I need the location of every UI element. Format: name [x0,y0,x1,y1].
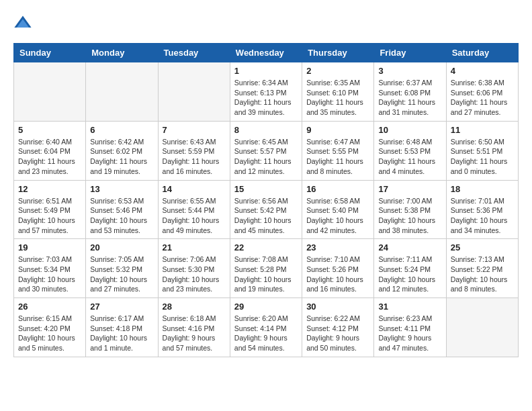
day-info: Sunrise: 7:06 AM Sunset: 5:30 PM Dayligh… [163,255,226,294]
day-info: Sunrise: 6:42 AM Sunset: 6:02 PM Dayligh… [90,137,153,177]
day-info: Sunrise: 6:35 AM Sunset: 6:10 PM Dayligh… [306,78,369,118]
day-info: Sunrise: 7:11 AM Sunset: 5:24 PM Dayligh… [378,255,441,294]
calendar-day-cell: 6Sunrise: 6:42 AM Sunset: 6:02 PM Daylig… [86,121,158,180]
day-info: Sunrise: 6:55 AM Sunset: 5:44 PM Dayligh… [163,196,226,236]
day-number: 21 [163,242,226,253]
day-info: Sunrise: 6:22 AM Sunset: 4:12 PM Dayligh… [306,314,369,353]
calendar-day-cell: 31Sunrise: 6:23 AM Sunset: 4:11 PM Dayli… [374,298,446,357]
page-header [13,13,519,32]
calendar-day-cell [86,62,158,122]
calendar-day-cell: 19Sunrise: 7:03 AM Sunset: 5:34 PM Dayli… [14,239,86,298]
day-info: Sunrise: 6:17 AM Sunset: 4:18 PM Dayligh… [90,314,153,353]
day-number: 18 [451,184,514,194]
weekday-header-tuesday: Tuesday [158,44,230,62]
day-number: 30 [306,302,369,312]
day-info: Sunrise: 6:58 AM Sunset: 5:40 PM Dayligh… [306,196,369,236]
day-number: 16 [306,184,369,194]
calendar-day-cell: 29Sunrise: 6:20 AM Sunset: 4:14 PM Dayli… [230,298,302,357]
day-info: Sunrise: 6:37 AM Sunset: 6:08 PM Dayligh… [378,78,441,118]
calendar-day-cell: 30Sunrise: 6:22 AM Sunset: 4:12 PM Dayli… [302,298,374,357]
day-number: 28 [163,302,226,312]
calendar-day-cell: 25Sunrise: 7:13 AM Sunset: 5:22 PM Dayli… [446,239,518,298]
calendar-table: SundayMondayTuesdayWednesdayThursdayFrid… [13,43,519,357]
calendar-day-cell: 17Sunrise: 7:00 AM Sunset: 5:38 PM Dayli… [374,180,446,239]
day-info: Sunrise: 6:47 AM Sunset: 5:55 PM Dayligh… [306,137,369,177]
logo-icon [13,13,32,32]
calendar-day-cell: 1Sunrise: 6:34 AM Sunset: 6:13 PM Daylig… [230,62,302,122]
weekday-header-wednesday: Wednesday [230,44,302,62]
calendar-day-cell: 21Sunrise: 7:06 AM Sunset: 5:30 PM Dayli… [158,239,230,298]
day-info: Sunrise: 6:34 AM Sunset: 6:13 PM Dayligh… [234,78,298,118]
day-info: Sunrise: 6:45 AM Sunset: 5:57 PM Dayligh… [234,137,298,177]
day-info: Sunrise: 7:10 AM Sunset: 5:26 PM Dayligh… [306,255,369,294]
day-number: 9 [306,125,369,135]
day-number: 14 [163,184,226,194]
day-info: Sunrise: 6:23 AM Sunset: 4:11 PM Dayligh… [378,314,441,353]
calendar-day-cell: 28Sunrise: 6:18 AM Sunset: 4:16 PM Dayli… [158,298,230,357]
calendar-day-cell: 24Sunrise: 7:11 AM Sunset: 5:24 PM Dayli… [374,239,446,298]
calendar-day-cell: 13Sunrise: 6:53 AM Sunset: 5:46 PM Dayli… [86,180,158,239]
day-info: Sunrise: 6:18 AM Sunset: 4:16 PM Dayligh… [163,314,226,353]
calendar-day-cell: 27Sunrise: 6:17 AM Sunset: 4:18 PM Dayli… [86,298,158,357]
calendar-day-cell: 22Sunrise: 7:08 AM Sunset: 5:28 PM Dayli… [230,239,302,298]
calendar-day-cell: 12Sunrise: 6:51 AM Sunset: 5:49 PM Dayli… [14,180,86,239]
day-number: 23 [306,242,369,253]
day-number: 10 [378,125,441,135]
weekday-header-friday: Friday [374,44,446,62]
calendar-day-cell: 26Sunrise: 6:15 AM Sunset: 4:20 PM Dayli… [14,298,86,357]
day-number: 2 [306,66,369,76]
day-info: Sunrise: 7:03 AM Sunset: 5:34 PM Dayligh… [18,255,81,294]
weekday-header-monday: Monday [86,44,158,62]
day-info: Sunrise: 6:50 AM Sunset: 5:51 PM Dayligh… [451,137,514,177]
day-number: 5 [18,125,81,135]
calendar-week-row: 19Sunrise: 7:03 AM Sunset: 5:34 PM Dayli… [14,239,519,298]
day-number: 17 [378,184,441,194]
calendar-day-cell: 7Sunrise: 6:43 AM Sunset: 5:59 PM Daylig… [158,121,230,180]
calendar-day-cell: 5Sunrise: 6:40 AM Sunset: 6:04 PM Daylig… [14,121,86,180]
calendar-day-cell: 18Sunrise: 7:01 AM Sunset: 5:36 PM Dayli… [446,180,518,239]
weekday-header-thursday: Thursday [302,44,374,62]
calendar-day-cell: 16Sunrise: 6:58 AM Sunset: 5:40 PM Dayli… [302,180,374,239]
day-number: 15 [234,184,298,194]
day-info: Sunrise: 6:48 AM Sunset: 5:53 PM Dayligh… [378,137,441,177]
day-number: 25 [451,242,514,253]
day-number: 24 [378,242,441,253]
calendar-day-cell: 8Sunrise: 6:45 AM Sunset: 5:57 PM Daylig… [230,121,302,180]
day-number: 6 [90,125,153,135]
day-info: Sunrise: 6:38 AM Sunset: 6:06 PM Dayligh… [451,78,514,118]
calendar-day-cell [158,62,230,122]
calendar-day-cell: 23Sunrise: 7:10 AM Sunset: 5:26 PM Dayli… [302,239,374,298]
day-number: 26 [18,302,81,312]
calendar-day-cell: 20Sunrise: 7:05 AM Sunset: 5:32 PM Dayli… [86,239,158,298]
day-info: Sunrise: 6:56 AM Sunset: 5:42 PM Dayligh… [234,196,298,236]
day-info: Sunrise: 7:01 AM Sunset: 5:36 PM Dayligh… [451,196,514,236]
day-number: 11 [451,125,514,135]
weekday-header-saturday: Saturday [446,44,518,62]
day-info: Sunrise: 7:13 AM Sunset: 5:22 PM Dayligh… [451,255,514,294]
day-info: Sunrise: 7:08 AM Sunset: 5:28 PM Dayligh… [234,255,298,294]
day-info: Sunrise: 6:53 AM Sunset: 5:46 PM Dayligh… [90,196,153,236]
day-info: Sunrise: 6:15 AM Sunset: 4:20 PM Dayligh… [18,314,81,353]
day-number: 3 [378,66,441,76]
calendar-day-cell: 9Sunrise: 6:47 AM Sunset: 5:55 PM Daylig… [302,121,374,180]
calendar-day-cell: 15Sunrise: 6:56 AM Sunset: 5:42 PM Dayli… [230,180,302,239]
day-number: 12 [18,184,81,194]
calendar-week-row: 26Sunrise: 6:15 AM Sunset: 4:20 PM Dayli… [14,298,519,357]
day-info: Sunrise: 6:51 AM Sunset: 5:49 PM Dayligh… [18,196,81,236]
day-number: 29 [234,302,298,312]
day-info: Sunrise: 6:20 AM Sunset: 4:14 PM Dayligh… [234,314,298,353]
day-number: 13 [90,184,153,194]
day-info: Sunrise: 7:05 AM Sunset: 5:32 PM Dayligh… [90,255,153,294]
day-info: Sunrise: 7:00 AM Sunset: 5:38 PM Dayligh… [378,196,441,236]
weekday-header-row: SundayMondayTuesdayWednesdayThursdayFrid… [14,44,519,62]
calendar-day-cell: 2Sunrise: 6:35 AM Sunset: 6:10 PM Daylig… [302,62,374,122]
calendar-week-row: 12Sunrise: 6:51 AM Sunset: 5:49 PM Dayli… [14,180,519,239]
day-info: Sunrise: 6:40 AM Sunset: 6:04 PM Dayligh… [18,137,81,177]
day-number: 27 [90,302,153,312]
calendar-day-cell [446,298,518,357]
day-number: 19 [18,242,81,253]
day-number: 31 [378,302,441,312]
logo [13,13,35,32]
weekday-header-sunday: Sunday [14,44,86,62]
day-number: 22 [234,242,298,253]
